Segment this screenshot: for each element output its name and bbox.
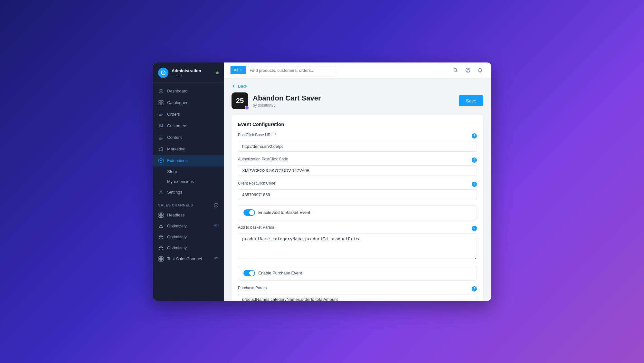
page-title-group: Abandon Cart Saver by solution25 xyxy=(253,94,454,108)
orders-icon xyxy=(158,111,164,117)
postclick-url-header: PostClick Base URL * ? xyxy=(238,133,477,139)
app-logo xyxy=(158,68,168,78)
purchase-param-label: Purchase Param xyxy=(238,286,267,290)
filter-button[interactable]: All xyxy=(231,66,246,74)
save-button[interactable]: Save xyxy=(459,95,483,106)
enable-purchase-label: Enable Purchase Event xyxy=(258,271,302,275)
client-code-field: Client PostClick Code ? xyxy=(238,181,477,200)
customers-label: Customers xyxy=(167,123,187,128)
filter-label: All xyxy=(234,68,238,72)
content-label: Content xyxy=(167,135,182,140)
sidebar-item-customers[interactable]: Customers xyxy=(153,120,224,132)
postclick-url-field: PostClick Base URL * ? xyxy=(238,133,477,152)
svg-point-17 xyxy=(160,191,162,193)
sidebar-item-content[interactable]: Content xyxy=(153,132,224,143)
sidebar-item-orders[interactable]: Orders xyxy=(153,109,224,120)
catalogues-icon xyxy=(158,100,164,106)
svg-rect-8 xyxy=(159,115,162,116)
svg-rect-20 xyxy=(161,213,163,215)
basket-param-help[interactable]: ? xyxy=(472,226,477,231)
extensions-icon xyxy=(158,158,164,164)
svg-rect-24 xyxy=(159,257,161,259)
channel-optimizely-3[interactable]: Optimizely xyxy=(153,243,224,253)
svg-rect-21 xyxy=(159,215,161,217)
sidebar-subitem-store[interactable]: Store xyxy=(153,167,224,177)
sidebar-item-catalogues[interactable]: Catalogues xyxy=(153,97,224,109)
svg-rect-22 xyxy=(161,215,163,217)
optimizely-2-label: Optimizely xyxy=(167,234,219,239)
auth-code-help[interactable]: ? xyxy=(472,158,477,163)
svg-rect-3 xyxy=(161,100,163,102)
enable-purchase-toggle[interactable] xyxy=(243,270,255,276)
svg-point-31 xyxy=(468,72,468,72)
app-version: 6.5.8.7 xyxy=(172,73,213,77)
search-filter-group: All xyxy=(230,66,336,75)
sidebar-item-marketing[interactable]: Marketing xyxy=(153,143,224,155)
sidebar-item-extensions[interactable]: Extensions xyxy=(153,155,224,167)
client-code-header: Client PostClick Code ? xyxy=(238,181,477,187)
client-code-help[interactable]: ? xyxy=(472,182,477,187)
optimizely-2-icon xyxy=(158,234,164,240)
app-icon: 25 xyxy=(232,92,248,109)
svg-point-1 xyxy=(160,91,162,92)
svg-rect-12 xyxy=(159,137,162,138)
purchase-param-help[interactable]: ? xyxy=(472,286,477,291)
content-area: Back 25 Abandon Cart Saver by solution25… xyxy=(224,79,491,301)
auth-code-input[interactable] xyxy=(238,165,477,176)
postclick-url-input[interactable] xyxy=(238,141,477,152)
back-link[interactable]: Back xyxy=(232,84,247,89)
sidebar-item-settings[interactable]: Settings xyxy=(153,186,224,198)
sales-channels-section: Sales Channels xyxy=(153,198,224,210)
back-label: Back xyxy=(238,84,247,89)
svg-rect-4 xyxy=(159,103,161,105)
sidebar-subitem-my-extensions[interactable]: My extensions xyxy=(153,177,224,186)
sidebar-item-dashboard[interactable]: Dashboard xyxy=(153,85,224,97)
basket-param-field: Add to basket Param ? productName,catego… xyxy=(238,225,477,261)
basket-param-textarea[interactable]: productName,categoryName,productId,produ… xyxy=(238,234,477,259)
store-label: Store xyxy=(167,169,177,174)
page-title: Abandon Cart Saver xyxy=(253,94,454,102)
channel-optimizely-1[interactable]: Optimizely xyxy=(153,221,224,232)
help-icon[interactable] xyxy=(463,66,472,75)
svg-point-28 xyxy=(216,258,217,259)
sidebar-header: Administration 6.5.8.7 xyxy=(153,62,224,83)
purchase-param-input[interactable] xyxy=(238,294,477,301)
app-name: Administration xyxy=(172,68,213,73)
headless-label: Headless xyxy=(167,213,219,217)
basket-param-header: Add to basket Param ? xyxy=(238,225,477,232)
search-input[interactable] xyxy=(246,66,336,75)
channel-optimizely-2[interactable]: Optimizely xyxy=(153,232,224,243)
notifications-icon[interactable] xyxy=(476,66,485,75)
channel-headless[interactable]: Headless xyxy=(153,210,224,221)
search-icon[interactable] xyxy=(451,66,460,75)
svg-rect-6 xyxy=(159,113,163,113)
svg-rect-5 xyxy=(161,103,163,105)
test-sales-label: Test SalesChannel xyxy=(167,256,211,261)
top-bar: All xyxy=(224,62,491,79)
eye-icon-1[interactable] xyxy=(214,223,219,229)
settings-icon xyxy=(158,189,164,195)
content-icon xyxy=(158,135,164,140)
eye-icon-2[interactable] xyxy=(214,256,219,262)
optimizely-1-icon xyxy=(158,223,164,229)
orders-label: Orders xyxy=(167,112,180,117)
enable-basket-toggle[interactable] xyxy=(243,209,255,216)
basket-param-label: Add to basket Param xyxy=(238,225,274,230)
extensions-label: Extensions xyxy=(167,158,188,163)
marketing-label: Marketing xyxy=(167,147,185,151)
settings-label: Settings xyxy=(167,190,182,195)
required-star: * xyxy=(275,133,276,137)
svg-point-23 xyxy=(216,225,217,226)
add-channel-icon[interactable] xyxy=(213,203,219,208)
optimizely-1-label: Optimizely xyxy=(167,224,211,228)
marketing-icon xyxy=(158,146,164,152)
app-title-group: Administration 6.5.8.7 xyxy=(172,68,213,77)
svg-rect-11 xyxy=(159,136,163,136)
postclick-url-help[interactable]: ? xyxy=(472,133,477,139)
channel-test-sales[interactable]: Test SalesChannel xyxy=(153,253,224,264)
svg-rect-7 xyxy=(159,114,163,115)
purchase-param-field: Purchase Param ? xyxy=(238,286,477,301)
client-code-input[interactable] xyxy=(238,189,477,200)
svg-rect-19 xyxy=(159,213,161,215)
headless-icon xyxy=(158,212,164,218)
